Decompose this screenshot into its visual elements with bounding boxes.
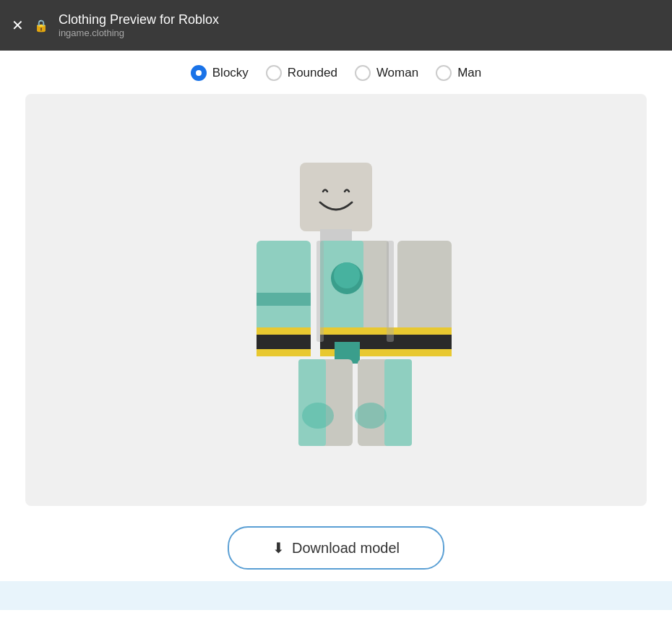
svg-rect-17 bbox=[397, 349, 452, 356]
download-icon: ⬇ bbox=[272, 539, 285, 557]
radio-label-blocky: Blocky bbox=[212, 66, 249, 80]
radio-label-woman: Woman bbox=[376, 66, 418, 80]
radio-circle-rounded[interactable] bbox=[266, 65, 282, 81]
download-model-button[interactable]: ⬇ Download model bbox=[228, 526, 444, 570]
svg-rect-10 bbox=[257, 293, 311, 306]
svg-rect-14 bbox=[397, 241, 452, 342]
svg-rect-9 bbox=[257, 241, 311, 342]
svg-rect-16 bbox=[397, 335, 452, 351]
page-title: Clothing Preview for Roblox bbox=[59, 12, 219, 27]
svg-rect-23 bbox=[384, 359, 412, 446]
title-bar: ✕ 🔒 Clothing Preview for Roblox ingame.c… bbox=[0, 0, 672, 51]
svg-rect-0 bbox=[300, 163, 372, 231]
svg-point-5 bbox=[334, 262, 360, 288]
radio-label-man: Man bbox=[457, 66, 481, 80]
radio-option-rounded[interactable]: Rounded bbox=[266, 65, 337, 81]
radio-circle-woman[interactable] bbox=[355, 65, 371, 81]
svg-point-24 bbox=[355, 403, 387, 429]
svg-rect-20 bbox=[298, 359, 326, 446]
svg-rect-1 bbox=[320, 229, 352, 242]
page-subtitle: ingame.clothing bbox=[59, 27, 219, 38]
download-button-label: Download model bbox=[292, 540, 400, 557]
character-svg bbox=[213, 148, 459, 452]
radio-options-row: Blocky Rounded Woman Man bbox=[191, 65, 481, 81]
main-content: Blocky Rounded Woman Man bbox=[0, 51, 672, 618]
radio-circle-man[interactable] bbox=[436, 65, 452, 81]
radio-option-blocky[interactable]: Blocky bbox=[191, 65, 249, 81]
lock-icon: 🔒 bbox=[34, 19, 48, 33]
svg-point-21 bbox=[302, 403, 334, 429]
character-container bbox=[213, 148, 459, 452]
svg-rect-12 bbox=[257, 335, 311, 351]
radio-circle-blocky[interactable] bbox=[191, 65, 207, 81]
radio-option-woman[interactable]: Woman bbox=[355, 65, 418, 81]
bottom-hint-bar bbox=[0, 581, 672, 610]
svg-rect-26 bbox=[387, 241, 394, 342]
svg-rect-13 bbox=[257, 349, 311, 356]
radio-option-man[interactable]: Man bbox=[436, 65, 481, 81]
svg-rect-25 bbox=[316, 241, 324, 342]
title-info: Clothing Preview for Roblox ingame.cloth… bbox=[59, 12, 219, 38]
character-preview-area bbox=[25, 94, 647, 506]
radio-label-rounded: Rounded bbox=[288, 66, 337, 80]
close-button[interactable]: ✕ bbox=[12, 18, 24, 33]
